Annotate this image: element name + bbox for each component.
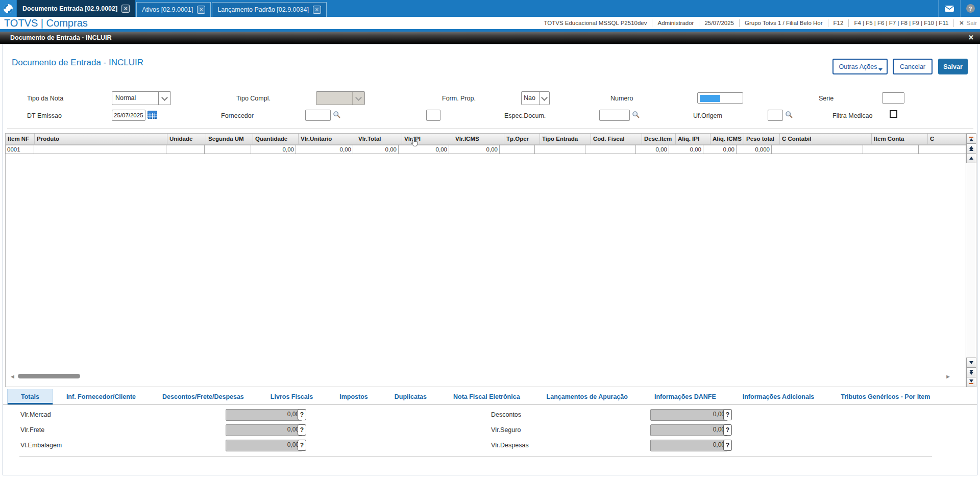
tab-close-icon[interactable]: ✕ — [197, 6, 205, 14]
grid-cell[interactable] — [918, 145, 967, 154]
scroll-pagedown-button[interactable] — [966, 367, 976, 377]
serie-field[interactable] — [882, 92, 904, 104]
scroll-up-button[interactable] — [966, 153, 976, 163]
grid-cell[interactable] — [499, 145, 535, 154]
detail-tab[interactable]: Impostos — [326, 389, 381, 404]
user-label[interactable]: Administrador — [657, 20, 694, 26]
dt-emissao-label: DT Emissao — [27, 112, 62, 119]
total-field: 0,00 — [650, 409, 728, 421]
total-help-button[interactable]: ? — [723, 409, 732, 420]
filtra-medicao-checkbox[interactable] — [890, 110, 897, 118]
grid-cell[interactable]: 0,000 — [736, 145, 772, 154]
grid-column-header: Vlr.Total — [356, 134, 402, 144]
grid-cell[interactable]: 0,00 — [398, 145, 449, 154]
mail-button[interactable] — [939, 5, 960, 12]
form-prop-select[interactable]: Nao — [521, 91, 550, 105]
grid-cell[interactable]: 0,00 — [251, 145, 296, 154]
total-label: Vlr.Seguro — [491, 426, 521, 434]
numero-field[interactable] — [697, 92, 743, 104]
grid-cell[interactable]: 0,00 — [296, 145, 353, 154]
grid-cell[interactable] — [863, 145, 919, 154]
fkeys-shortcuts[interactable]: F4 | F5 | F6 | F7 | F8 | F9 | F10 | F11 — [854, 20, 948, 26]
detail-tab[interactable]: Lançamentos de Apuração — [533, 389, 641, 404]
detail-tab[interactable]: Duplicatas — [381, 389, 440, 404]
group-branch-label[interactable]: Grupo Totvs 1 / Filial Belo Hor — [745, 20, 823, 26]
detail-tab[interactable]: Descontos/Frete/Despesas — [149, 389, 257, 404]
exit-x-icon[interactable]: ✕ — [959, 20, 964, 27]
detail-tab[interactable]: Livros Fiscais — [257, 389, 326, 404]
grid-cell[interactable]: 0,00 — [353, 145, 399, 154]
calendar-icon[interactable] — [148, 111, 157, 120]
numero-label: Numero — [610, 95, 633, 102]
total-field: 0,00 — [650, 424, 728, 436]
totvs-logo[interactable] — [0, 0, 16, 17]
scroll-first-button[interactable] — [966, 134, 976, 144]
total-field: 0,00 — [650, 440, 728, 451]
grid-column-header: C Contabil — [780, 134, 872, 144]
chevron-down-icon[interactable] — [158, 92, 170, 105]
tipo-da-nota-select[interactable]: Normal — [112, 91, 171, 105]
scroll-left-arrow[interactable]: ◄ — [10, 373, 15, 380]
totals-row: Descontos 0,00 ? — [3, 408, 977, 423]
grid-cell[interactable] — [771, 145, 863, 154]
totals-row: Vlr.Despesas 0,00 ? — [3, 438, 977, 453]
scroll-down-button[interactable] — [966, 358, 976, 368]
window-tab[interactable]: Lançamento Padrão [02.9.0034] ✕ — [212, 2, 327, 17]
scroll-right-arrow[interactable]: ► — [945, 373, 951, 380]
grid-cell[interactable]: 0001 — [5, 145, 34, 154]
grid-column-header: Tp.Oper — [504, 134, 540, 144]
dt-emissao-field[interactable] — [112, 110, 145, 121]
exit-button[interactable]: Sair — [967, 20, 977, 26]
f12-shortcut[interactable]: F12 — [834, 20, 844, 26]
filtra-medicao-label: Filtra Medicao — [832, 112, 873, 119]
window-tab[interactable]: Ativos [02.9.0001] ✕ — [136, 2, 211, 17]
chevron-down-icon[interactable] — [539, 92, 549, 105]
grid-data-row: 00010,000,000,000,000,000,000,000,000,00… — [6, 145, 967, 154]
tab-close-icon[interactable]: ✕ — [313, 6, 321, 14]
grid-header-row: Item NFProdutoUnidadeSegunda UMQuantidad… — [6, 134, 967, 145]
scroll-pageup-button[interactable] — [966, 143, 976, 154]
uf-origem-field[interactable] — [768, 110, 783, 121]
info-separator — [652, 19, 652, 27]
hscroll-thumb[interactable] — [18, 374, 80, 378]
grid-cell[interactable]: 0,00 — [635, 145, 669, 154]
save-button[interactable]: Salvar — [938, 59, 968, 74]
loja-field[interactable] — [426, 110, 440, 121]
totals-right-rows: Descontos 0,00 ? Vlr.Seguro 0,00 ? Vlr.D… — [3, 408, 977, 453]
dialog-close-icon[interactable]: ✕ — [968, 32, 974, 44]
tab-close-icon[interactable]: ✕ — [121, 5, 130, 13]
grid-cell[interactable]: 0,00 — [449, 145, 500, 154]
grid-cell[interactable]: 0,00 — [703, 145, 737, 154]
grid-cell[interactable] — [585, 145, 636, 154]
cancel-button[interactable]: Cancelar — [893, 59, 933, 74]
fornecedor-search-icon[interactable] — [333, 111, 341, 120]
detail-tab[interactable]: Informações Adicionais — [729, 389, 828, 404]
espec-docum-field[interactable] — [599, 110, 630, 121]
grid-column-header: Tipo Entrada — [540, 134, 591, 144]
grid-column-header: Aliq. ICMS — [710, 134, 744, 144]
grid-column-header: Aliq. IPI — [676, 134, 710, 144]
fornecedor-field[interactable] — [305, 110, 331, 121]
grid-cell[interactable] — [166, 145, 205, 154]
grid-cell[interactable] — [34, 145, 166, 154]
uf-origem-search-icon[interactable] — [785, 111, 793, 120]
total-help-button[interactable]: ? — [723, 440, 732, 451]
help-button[interactable]: ? — [961, 4, 980, 13]
grid-cell[interactable]: 0,00 — [669, 145, 703, 154]
grid-cell[interactable] — [534, 145, 585, 154]
chevron-down-icon — [878, 68, 883, 71]
grid-cell[interactable] — [204, 145, 251, 154]
detail-tab[interactable]: Inf. Fornecedor/Cliente — [53, 389, 149, 404]
detail-tab[interactable]: Tributos Genéricos - Por Item — [827, 389, 943, 404]
scroll-last-button[interactable] — [966, 377, 976, 387]
page-title: Documento de Entrada - INCLUIR — [12, 58, 143, 68]
detail-tab[interactable]: Totais — [7, 389, 53, 404]
detail-tab[interactable]: Nota Fiscal Eletrônica — [440, 389, 533, 404]
espec-docum-search-icon[interactable] — [632, 111, 640, 120]
window-tab[interactable]: Documento Entrada [02.9.0002] ✕ — [17, 0, 135, 17]
detail-tab[interactable]: Informações DANFE — [641, 389, 729, 404]
date-label[interactable]: 25/07/2025 — [704, 20, 734, 26]
total-help-button[interactable]: ? — [723, 424, 732, 436]
form-prop-value: Nao — [522, 92, 539, 105]
other-actions-button[interactable]: Outras Ações — [832, 59, 888, 74]
